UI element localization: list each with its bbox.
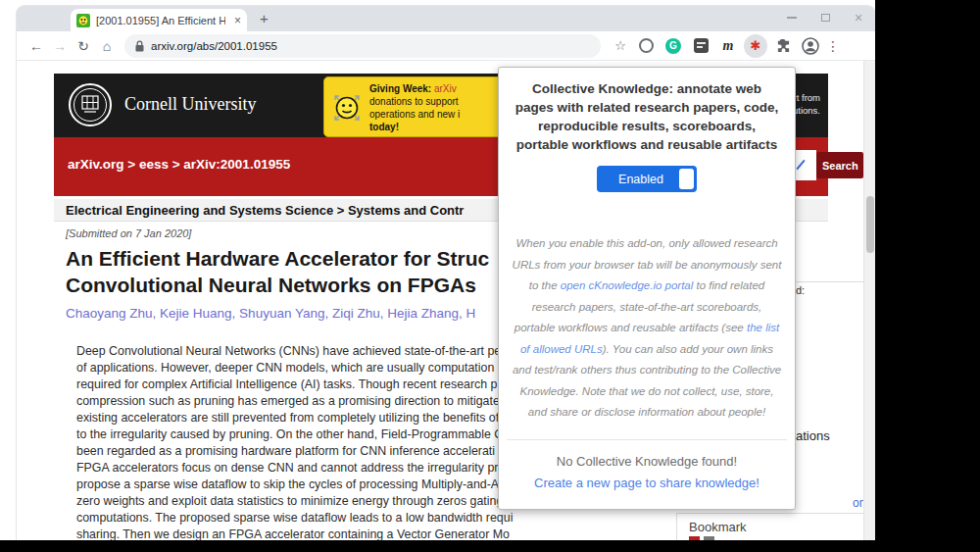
cknowledge-portal-link[interactable]: open cKnowledge.io portal — [561, 279, 694, 291]
paper-title: An Efficient Hardware Accelerator for St… — [66, 245, 489, 298]
cursor-mark — [796, 160, 805, 170]
new-tab-button[interactable]: + — [260, 10, 269, 26]
medium-icon[interactable]: m — [714, 33, 742, 59]
banner-bold: Giving Week: — [369, 83, 431, 94]
desktop: [2001.01955] An Efficient Hardw × + × ← … — [0, 0, 980, 552]
divider — [507, 439, 787, 440]
banner-arxiv: arXiv — [434, 83, 457, 94]
banner-line-4: today! — [369, 122, 399, 132]
extension-icon-dark-square[interactable] — [687, 33, 714, 59]
letterbox-bottom — [0, 540, 980, 552]
circle-icon — [639, 38, 654, 53]
url-text[interactable]: arxiv.org/abs/2001.01955 — [151, 40, 277, 52]
breadcrumb[interactable]: arXiv.org > eess > arXiv:2001.01955 — [68, 157, 290, 172]
window-minimize-button[interactable] — [783, 9, 801, 26]
scrollbar-thumb[interactable] — [866, 196, 874, 253]
status-text: No Collective Knowledge found! — [499, 454, 795, 469]
banner-text: Giving Week: arXiv donations to support … — [369, 82, 460, 133]
browser-toolbar: ← → ↻ ⌂ arxiv.org/abs/2001.01955 ☆ G m ✱ — [17, 31, 875, 61]
banner-line-2: donations to support — [369, 95, 460, 108]
smiley-icon — [329, 90, 365, 129]
collective-knowledge-extension-button[interactable]: ✱ — [742, 33, 769, 59]
create-page-link[interactable]: Create a new page to share knowledge! — [499, 476, 795, 490]
medium-letter: m — [723, 38, 734, 54]
page-content: Cornell University e support from er ins… — [17, 61, 875, 540]
collective-knowledge-popup: Collective Knowledge: annotate web pages… — [498, 67, 796, 510]
browser-window: [2001.01955] An Efficient Hardw × + × ← … — [17, 6, 875, 540]
profile-avatar[interactable] — [797, 33, 824, 59]
active-extension-highlight: ✱ — [744, 34, 767, 58]
grammarly-letter: G — [665, 38, 681, 54]
banner-line-3: operations and new i — [369, 108, 460, 121]
abstract-line: propose a sparse wise dataflow to skip t… — [76, 477, 513, 493]
abstract-line: to the irregularity caused by pruning. O… — [76, 427, 513, 443]
home-icon[interactable]: ⌂ — [95, 38, 119, 54]
cornell-logo — [68, 82, 113, 131]
author-links[interactable]: Chaoyang Zhu, Kejie Huang, Shuyuan Yang,… — [66, 306, 475, 321]
abstract-line: of applications. However, deeper CNN mod… — [76, 360, 513, 376]
search-button[interactable]: Search — [816, 152, 863, 178]
dark-square-icon — [694, 38, 709, 53]
abstract-line: FPGA accelerators focus on dense CNN and… — [76, 460, 513, 477]
address-bar[interactable]: arxiv.org/abs/2001.01955 — [124, 34, 601, 58]
abstract-text: Deep Convolutional Neural Networks (CNNs… — [76, 343, 513, 540]
window-controls: × — [783, 8, 867, 27]
person-icon — [802, 37, 819, 55]
window-close-button[interactable]: × — [850, 9, 867, 26]
popup-title: Collective Knowledge: annotate web pages… — [499, 68, 795, 154]
sidebar-fragment-download: d: — [796, 284, 805, 296]
back-icon[interactable]: ← — [24, 38, 48, 54]
window-maximize-button[interactable] — [816, 9, 834, 26]
letterbox-right — [875, 0, 980, 552]
paper-title-line-1: An Efficient Hardware Accelerator for St… — [66, 245, 489, 272]
extension-icon-circle[interactable] — [632, 33, 660, 59]
grammarly-icon[interactable]: G — [660, 33, 687, 59]
abstract-line: compression such as pruning has emerged … — [76, 393, 513, 410]
minimize-icon — [787, 17, 797, 19]
abstract-line: existing accelerators are still prevente… — [76, 410, 513, 427]
bookmark-heading: Bookmark — [689, 520, 747, 534]
enabled-toggle[interactable]: Enabled — [597, 166, 697, 192]
submission-date: [Submitted on 7 Jan 2020] — [66, 227, 191, 239]
puzzle-icon — [776, 38, 791, 53]
abstract-line: sharing. Then we design an FPGA accelera… — [76, 527, 513, 540]
popup-description: When you enable this add-on, only allowe… — [512, 233, 782, 424]
browser-tab[interactable]: [2001.01955] An Efficient Hardw × — [71, 9, 247, 31]
paper-title-line-2: Convolutional Neural Networks on FPGAs — [66, 272, 489, 298]
toggle-knob[interactable] — [679, 169, 694, 189]
abstract-line: zero weights and exploit data statistics… — [76, 493, 513, 510]
sidebar-divider — [796, 281, 863, 282]
abstract-line: been regarded as a promising hardware pl… — [76, 443, 513, 460]
giving-week-banner[interactable]: Giving Week: arXiv donations to support … — [323, 76, 515, 137]
cornell-university-label: Cornell University — [124, 94, 256, 115]
tab-strip: [2001.01955] An Efficient Hardw × + × — [17, 6, 875, 31]
sidebar-fragment-citations: ations — [796, 428, 830, 443]
abstract-line: required for complex Artificial Intellig… — [76, 376, 513, 393]
bookmark-section: Bookmark — [676, 513, 864, 540]
menu-icon[interactable]: ⋮ — [826, 38, 840, 54]
toggle-label: Enabled — [618, 173, 675, 186]
tab-favicon — [76, 14, 90, 27]
bookmark-star-icon[interactable]: ☆ — [609, 38, 632, 53]
tab-close-icon[interactable]: × — [234, 15, 241, 26]
forward-icon[interactable]: → — [48, 38, 72, 54]
reload-icon[interactable]: ↻ — [72, 38, 95, 54]
ck-star-icon: ✱ — [751, 39, 761, 52]
abstract-line: Deep Convolutional Neural Networks (CNNs… — [76, 343, 513, 360]
extensions-puzzle-icon[interactable] — [769, 33, 797, 59]
abstract-line: computations. The proposed sparse wise d… — [76, 510, 513, 527]
tab-title: [2001.01955] An Efficient Hardw — [96, 15, 225, 26]
maximize-icon — [821, 14, 830, 22]
lock-icon — [135, 40, 144, 52]
page-scrollbar[interactable] — [863, 61, 875, 540]
